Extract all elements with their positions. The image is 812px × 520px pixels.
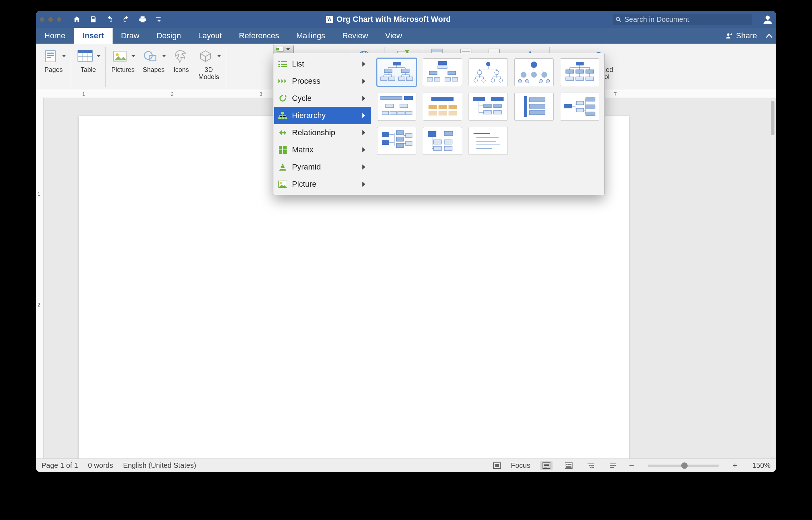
svg-rect-113 (529, 111, 545, 115)
svg-rect-151 (590, 465, 594, 466)
smartart-cat-cycle[interactable]: Cycle (274, 90, 371, 107)
qat-customize-icon[interactable] (154, 14, 164, 24)
3d-models-button[interactable]: 3D Models (194, 46, 223, 82)
picture-icon (278, 180, 287, 188)
save-icon[interactable] (88, 14, 98, 24)
smartart-dropdown: List Process Cycle Hierarchy (273, 53, 605, 195)
smartart-cat-list[interactable]: List (274, 55, 371, 73)
svg-rect-117 (586, 112, 595, 116)
svg-rect-106 (484, 104, 491, 108)
status-language[interactable]: English (United States) (123, 461, 196, 470)
svg-rect-148 (588, 463, 589, 464)
zoom-value[interactable]: 150% (752, 461, 771, 470)
svg-rect-88 (586, 77, 594, 80)
hierarchy-thumb-3[interactable] (469, 58, 508, 86)
pages-button[interactable]: Pages (39, 46, 68, 74)
svg-point-1 (727, 33, 730, 36)
hierarchy-thumb-2[interactable] (423, 58, 462, 86)
smartart-cat-relationship[interactable]: Relationship (274, 124, 371, 141)
tab-design[interactable]: Design (148, 28, 189, 44)
hierarchy-thumb-11[interactable] (377, 127, 416, 155)
svg-rect-131 (434, 146, 441, 151)
zoom-in-button[interactable]: + (733, 461, 737, 470)
cat-label: Process (292, 77, 320, 86)
chevron-right-icon (362, 130, 365, 135)
tab-home[interactable]: Home (36, 28, 74, 44)
user-profile-icon[interactable] (763, 14, 773, 24)
undo-icon[interactable] (105, 14, 115, 24)
view-draft-icon[interactable] (607, 461, 619, 470)
tab-insert[interactable]: Insert (74, 28, 113, 44)
app-window: W Org Chart with Microsoft Word Search i… (36, 11, 776, 472)
tab-draw[interactable]: Draw (113, 28, 148, 44)
zoom-slider[interactable] (648, 465, 719, 467)
svg-rect-146 (568, 464, 571, 465)
relationship-icon (278, 128, 287, 137)
zoom-out-button[interactable]: − (629, 461, 634, 471)
svg-rect-83 (566, 70, 574, 73)
hierarchy-thumb-6[interactable] (377, 93, 416, 121)
document-title: W Org Chart with Microsoft Word (168, 15, 608, 24)
status-page[interactable]: Page 1 of 1 (41, 461, 78, 470)
svg-point-145 (566, 464, 568, 465)
svg-point-75 (521, 72, 526, 78)
view-outline-icon[interactable] (585, 461, 597, 470)
svg-rect-63 (427, 78, 433, 81)
hierarchy-thumb-4[interactable] (514, 58, 554, 86)
hierarchy-thumb-7[interactable] (423, 93, 462, 121)
svg-rect-28 (462, 51, 470, 52)
close-window-button[interactable] (39, 17, 45, 22)
hierarchy-thumb-5[interactable] (560, 58, 599, 86)
svg-rect-5 (47, 57, 51, 58)
status-words[interactable]: 0 words (88, 461, 113, 470)
redo-icon[interactable] (121, 14, 131, 24)
svg-rect-143 (544, 467, 547, 467)
svg-rect-85 (586, 70, 594, 73)
share-button[interactable]: Share (721, 28, 762, 44)
svg-rect-130 (444, 140, 452, 144)
svg-rect-115 (586, 98, 595, 101)
tab-references[interactable]: References (231, 28, 288, 44)
view-web-layout-icon[interactable] (563, 461, 575, 470)
ruler-vertical[interactable]: 12 (36, 98, 44, 458)
focus-mode-button[interactable]: Focus (511, 461, 530, 470)
view-print-layout-icon[interactable] (540, 461, 553, 470)
hierarchy-thumb-12[interactable] (423, 127, 462, 155)
tab-mailings[interactable]: Mailings (288, 28, 334, 44)
home-icon[interactable] (72, 14, 82, 24)
svg-point-72 (491, 79, 495, 82)
print-icon[interactable] (138, 14, 148, 24)
shapes-button[interactable]: Shapes (139, 46, 168, 74)
smartart-cat-hierarchy[interactable]: Hierarchy (274, 107, 371, 124)
icons-button[interactable]: Icons (170, 46, 192, 74)
word-doc-icon: W (326, 16, 333, 23)
table-button[interactable]: Table (74, 46, 103, 74)
fullscreen-window-button[interactable] (56, 17, 62, 22)
hierarchy-thumb-8[interactable] (469, 93, 508, 121)
smartart-cat-pyramid[interactable]: Pyramid (274, 158, 371, 176)
search-input[interactable]: Search in Document (613, 14, 752, 25)
hierarchy-thumb-13[interactable] (469, 127, 508, 155)
pictures-button[interactable]: Pictures (109, 46, 137, 74)
svg-rect-37 (281, 61, 287, 62)
tab-review[interactable]: Review (334, 28, 377, 44)
hierarchy-thumb-1[interactable] (377, 58, 416, 86)
smartart-cat-matrix[interactable]: Matrix (274, 141, 371, 158)
svg-rect-110 (524, 96, 527, 117)
smartart-cat-process[interactable]: Process (274, 73, 371, 90)
svg-rect-103 (449, 111, 457, 116)
cat-label: Pyramid (292, 162, 321, 172)
minimize-window-button[interactable] (48, 17, 53, 22)
smartart-cat-picture[interactable]: Picture (274, 176, 371, 193)
svg-rect-111 (529, 98, 545, 102)
scrollbar-vertical[interactable] (771, 100, 775, 456)
tab-view[interactable]: View (377, 28, 411, 44)
tab-layout[interactable]: Layout (189, 28, 230, 44)
cat-label: List (292, 59, 304, 69)
hierarchy-thumb-9[interactable] (514, 93, 554, 121)
collapse-ribbon-icon[interactable] (762, 28, 776, 44)
svg-rect-123 (396, 137, 403, 141)
hierarchy-thumb-10[interactable] (560, 93, 599, 121)
list-icon (278, 60, 287, 68)
svg-rect-107 (494, 104, 501, 108)
